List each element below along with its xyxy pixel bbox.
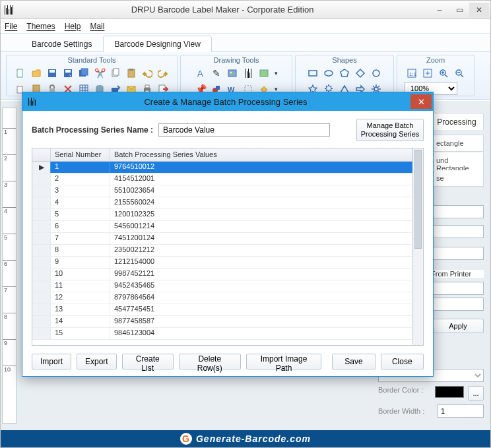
table-row[interactable]: 109987452121 [32, 269, 412, 280]
tab-barcode-settings[interactable]: Barcode Settings [20, 36, 103, 52]
open-icon[interactable] [29, 66, 44, 80]
right-input-printer-1[interactable] [431, 282, 484, 295]
border-width-input[interactable] [438, 404, 484, 418]
right-option-rectangle[interactable]: ectangle [431, 135, 484, 152]
tab-barcode-designing-view[interactable]: Barcode Designing View [103, 36, 212, 52]
zoom-fit-icon[interactable] [420, 66, 435, 80]
paste-icon[interactable] [124, 66, 139, 80]
footer-brand: G Generate-Barcode.com [1, 430, 490, 447]
table-row[interactable]: 65456001214 [32, 221, 412, 233]
apply-button[interactable]: Apply [432, 319, 484, 333]
ellipse-shape-icon[interactable] [321, 66, 336, 80]
right-input-2[interactable] [431, 225, 484, 238]
delete-rows-button[interactable]: Delete Row(s) [179, 354, 241, 369]
border-color-swatch[interactable] [435, 386, 464, 398]
svg-rect-27 [216, 86, 220, 90]
table-row[interactable]: 134547745451 [32, 304, 412, 316]
circle-shape-icon[interactable] [369, 66, 383, 80]
right-input-3[interactable] [431, 247, 484, 260]
col-series-values: Batch Processing Series Values [110, 148, 412, 161]
close-button[interactable]: Close [381, 354, 424, 369]
save-as-icon[interactable] [61, 66, 75, 80]
menu-themes[interactable]: Themes [26, 22, 55, 31]
diamond-shape-icon[interactable] [353, 66, 368, 80]
group-label-shapes: Shapes [296, 55, 393, 65]
group-shapes: Shapes [295, 55, 394, 96]
cut-icon[interactable]: ✂️ [92, 66, 107, 80]
new-icon[interactable] [13, 66, 28, 80]
pen-tool-icon[interactable]: ✎ [209, 66, 224, 80]
view-tabs: Barcode Settings Barcode Designing View [1, 34, 490, 52]
right-input-1[interactable] [431, 205, 484, 218]
zoom-actual-icon[interactable]: 1:1 [405, 66, 419, 80]
table-row[interactable]: 149877458587 [32, 316, 412, 328]
image-tool-icon[interactable] [225, 66, 240, 80]
table-row[interactable]: ▶19764510012 [32, 162, 412, 174]
barcode-tool-icon[interactable] [241, 66, 255, 80]
window-close-button[interactable]: ✕ [469, 3, 489, 17]
polygon-shape-icon[interactable] [337, 66, 352, 80]
svg-text:1:1: 1:1 [409, 71, 417, 77]
right-tab-processing[interactable]: Processing [430, 113, 484, 130]
import-image-path-button[interactable]: Import Image Path [246, 354, 321, 369]
table-row[interactable]: 119452435465 [32, 280, 412, 292]
grid-scrollbar[interactable] [412, 148, 423, 345]
redo-icon[interactable] [156, 66, 170, 80]
svg-rect-6 [81, 69, 88, 75]
svg-rect-8 [114, 69, 119, 75]
window-title: DRPU Barcode Label Maker - Corporate Edi… [15, 5, 430, 15]
copy-icon[interactable] [108, 66, 123, 80]
svg-point-32 [373, 70, 379, 77]
group-standard-tools: Standard Tools ✂️ [6, 55, 178, 96]
zoom-out-icon[interactable] [452, 66, 467, 80]
dropdown-icon[interactable]: ▾ [273, 66, 279, 80]
create-list-button[interactable]: Create List [122, 354, 174, 369]
table-row[interactable]: 128797864564 [32, 292, 412, 304]
series-name-input[interactable] [158, 123, 330, 137]
right-option-se[interactable]: se [431, 170, 484, 187]
table-row[interactable]: 91212154000 [32, 257, 412, 269]
text-tool-icon[interactable]: A [193, 66, 208, 80]
table-row[interactable]: 24154512001 [32, 174, 412, 185]
brand-text: Generate-Barcode.com [196, 433, 311, 444]
table-row[interactable]: 159846123004 [32, 328, 412, 340]
table-row[interactable]: 77451200124 [32, 233, 412, 245]
save-all-icon[interactable] [77, 66, 91, 80]
vertical-ruler: 1 2 3 4 5 6 7 8 9 10 [2, 108, 16, 424]
save-button[interactable]: Save [332, 354, 375, 369]
zoom-in-icon[interactable] [436, 66, 451, 80]
border-color-label: Border Color : [378, 386, 431, 400]
manage-batch-series-button[interactable]: Manage Batch Processing Series [356, 119, 424, 141]
menu-help[interactable]: Help [65, 22, 81, 31]
window-maximize-button[interactable]: ▭ [449, 3, 469, 17]
export-button[interactable]: Export [77, 354, 117, 369]
picture-tool-icon[interactable] [257, 66, 271, 80]
table-row[interactable]: 82350021212 [32, 245, 412, 257]
menu-file[interactable]: File [5, 22, 17, 31]
svg-rect-0 [17, 69, 22, 77]
menu-mail[interactable]: Mail [90, 22, 104, 31]
import-button[interactable]: Import [32, 354, 71, 369]
rectangle-shape-icon[interactable] [306, 66, 320, 80]
table-row[interactable]: 35510023654 [32, 185, 412, 197]
svg-rect-25 [260, 70, 268, 77]
group-label-standard: Standard Tools [7, 55, 177, 65]
table-row[interactable]: 51200102325 [32, 209, 412, 221]
svg-point-24 [230, 72, 232, 74]
brand-icon: G [180, 433, 192, 445]
dialog-icon [22, 98, 41, 106]
group-zoom: Zoom 1:1 100% [397, 55, 475, 96]
group-drawing-tools: Drawing Tools A ✎ ▾ 📌 W ▾ [180, 55, 292, 96]
grid-header: Serial Number Batch Processing Series Va… [32, 148, 412, 162]
border-color-picker-button[interactable]: ... [468, 386, 484, 400]
dialog-close-button[interactable]: ✕ [410, 94, 432, 109]
save-icon[interactable] [45, 66, 59, 80]
window-minimize-button[interactable]: – [430, 3, 449, 17]
right-input-printer-2[interactable] [431, 298, 484, 311]
group-label-drawing: Drawing Tools [181, 55, 292, 65]
svg-rect-19 [145, 85, 149, 88]
right-label-from-printer: From Printer [431, 270, 484, 278]
table-row[interactable]: 42155560024 [32, 197, 412, 209]
app-icon [2, 5, 15, 15]
undo-icon[interactable] [140, 66, 154, 80]
